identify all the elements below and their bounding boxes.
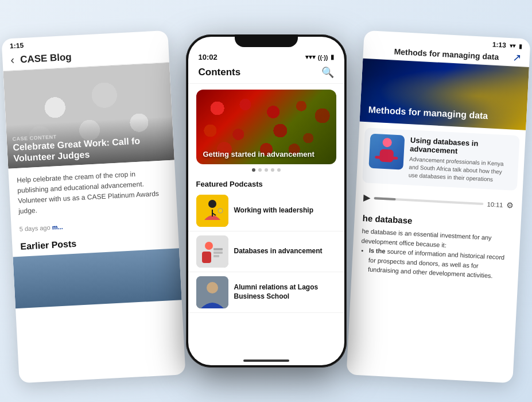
svg-rect-12 [213,248,223,250]
right-podcast-card: Using databases in advancement Advanceme… [362,127,520,191]
center-app-nav: Contents 🔍 [188,64,344,84]
article-body: Help celebrate the cream of the crop in … [8,160,177,224]
share-icon[interactable]: ↗ [512,51,522,64]
right-phone-card: 1:13 ▾▾ ▮ Methods for managing data ↗ Me… [346,30,530,383]
article-time: 5 days ago [20,224,51,233]
battery-icon: ▮ [331,53,334,61]
wifi-icon: ((·)) [318,54,328,61]
right-podcast-desc: Advancement professionals in Kenya and S… [408,155,512,184]
hero-overlay: CASE CONTENT Celebrate Great Work: Call … [6,116,174,168]
carousel-dot-3[interactable] [265,168,268,172]
left-page-title: CASE Blog [20,51,72,65]
svg-rect-14 [213,255,219,257]
svg-point-16 [207,282,218,293]
podcast-thumb-1 [196,195,228,227]
content-carousel: Getting started in advancement [188,84,344,175]
audio-time: 10:11 [487,200,503,208]
svg-rect-3 [390,156,398,160]
podcast-label-2: Databases in advancement [234,247,323,256]
center-time: 10:02 [199,53,218,61]
podcasts-section-header: Featured Podcasts [188,175,344,191]
right-time: 1:13 [492,41,507,49]
phone-screen: 10:02 ▾▾▾ ((·)) ▮ Contents 🔍 Getting sta… [188,37,344,365]
podcast-item-2[interactable]: Databases in advancement [188,231,344,272]
svg-point-8 [218,208,223,213]
back-icon[interactable]: ‹ [10,53,15,67]
center-phone: 10:02 ▾▾▾ ((·)) ▮ Contents 🔍 Getting sta… [186,34,347,368]
center-search-icon[interactable]: 🔍 [321,66,334,79]
podcast-thumb-3 [196,276,228,308]
left-time: 1:15 [10,41,24,50]
settings-icon[interactable]: ⚙ [506,200,514,210]
phone-notch [235,34,298,47]
carousel-dots [196,168,336,172]
podcast-thumb-2 [196,235,228,268]
progress-bar[interactable] [374,197,484,205]
center-app-title: Contents [199,67,241,78]
earlier-post-image [13,248,181,308]
right-battery-icon: ▮ [519,42,523,49]
podcast-label-1: Working with leadership [234,206,313,215]
home-indicator [243,360,289,362]
right-page-title: Methods for managing data [394,47,499,62]
phone-shell: 10:02 ▾▾▾ ((·)) ▮ Contents 🔍 Getting sta… [186,34,347,368]
center-status-icons: ▾▾▾ ((·)) ▮ [305,53,334,61]
progress-filled [374,197,396,200]
podcast-label-3: Alumni relations at Lagos Business Schoo… [234,283,336,301]
carousel-dot-2[interactable] [258,168,262,172]
svg-rect-2 [375,156,383,159]
carousel-dot-5[interactable] [277,168,281,172]
article-more[interactable]: m... [52,223,63,231]
person-photo [196,276,228,308]
podcast-item-3[interactable]: Alumni relations at Lagos Business Schoo… [188,272,344,313]
podcast-thumbnail [368,134,405,170]
svg-point-0 [382,138,392,148]
svg-rect-13 [213,252,223,254]
left-phone-card: 1:15 ‹ CASE Blog CASE CONTENT Celebrate … [1,30,185,383]
right-podcast-title: Using databases in advancement [410,136,514,158]
slide-label: Getting started in advancement [203,150,314,159]
person-illustration [368,134,405,170]
svg-point-10 [205,242,213,250]
signal-icon: ▾▾▾ [305,53,316,61]
database-illustration [196,235,228,268]
svg-point-5 [208,200,216,208]
carousel-dot-4[interactable] [271,168,274,172]
svg-rect-9 [196,235,228,268]
left-hero-image: CASE CONTENT Celebrate Great Work: Call … [3,63,174,169]
carousel-slide[interactable]: Getting started in advancement [196,90,336,164]
right-wifi-icon: ▾▾ [510,42,516,49]
database-body: he database is an essential investment f… [351,225,521,288]
svg-rect-11 [202,252,211,263]
svg-rect-1 [379,149,394,163]
right-podcast-info: Using databases in advancement Advanceme… [408,136,514,184]
right-hero-banner: Methods for managing data [360,59,529,130]
banner-swirl [360,59,529,130]
carousel-dot-1[interactable] [252,168,255,172]
leadership-illustration [196,195,228,227]
play-icon[interactable]: ▶ [363,192,371,203]
podcast-item-1[interactable]: Working with leadership [188,191,344,231]
